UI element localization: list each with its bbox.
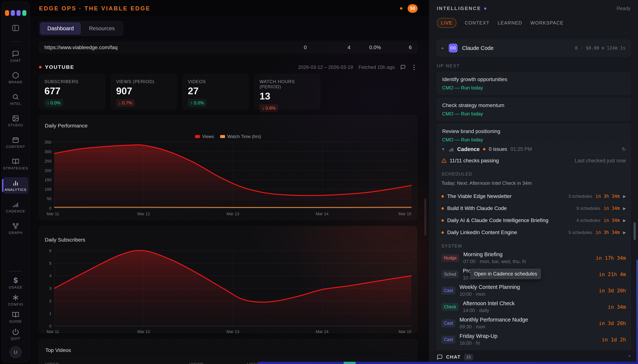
panel-scrollbar[interactable] xyxy=(633,222,636,240)
table-row[interactable]: https://www.viableedge.com/faq 0 4 0.0% … xyxy=(39,42,417,53)
claude-code-card[interactable]: ▸ CC Claude Code 0 · $0.00 124m 1s xyxy=(437,40,630,56)
checks-passing: 11/11 checks passing xyxy=(450,158,499,164)
dot-separator-icon xyxy=(602,47,604,49)
schedule-count: 3 schedules xyxy=(568,194,592,199)
system-row[interactable]: Check Afternoon Intel Check14:00 · daily… xyxy=(437,299,630,315)
section-menu-button[interactable]: ⋮ xyxy=(411,64,417,71)
collapse-sidebar-button[interactable] xyxy=(12,24,20,33)
search-icon xyxy=(12,93,19,100)
system-row[interactable]: Nudge Morning Briefing07:00 · mon, tue, … xyxy=(437,250,630,266)
up-next-item[interactable]: Check strategy momentum CMO — Run today xyxy=(437,98,630,121)
legend-item-watch-time: Watch Time (hrs) xyxy=(220,134,261,139)
main-area: EDGE OPS · THE VIABLE EDGE 50 Dashboard … xyxy=(30,0,429,364)
power-icon xyxy=(12,328,19,335)
sidebar-item-strategies[interactable]: STRATEGIES xyxy=(3,156,29,172)
chart-title: Daily Performance xyxy=(39,116,417,129)
agent-meta: 0 · $0.00 124m 1s xyxy=(575,46,625,51)
sidebar-item-studio[interactable]: STUDIO xyxy=(3,112,29,129)
collapse-chevron-icon[interactable]: ▼ xyxy=(442,147,445,152)
background-window-right-edge xyxy=(636,260,638,362)
hexagon-icon xyxy=(12,72,19,79)
play-icon[interactable]: ▶ xyxy=(623,206,626,210)
system-task-eta: in 3d 20h xyxy=(599,320,626,326)
system-task-eta: in 21h 4m xyxy=(599,272,626,277)
notification-badge[interactable]: 50 xyxy=(408,4,418,13)
sidebar-item-cadence[interactable]: CADENCE xyxy=(3,199,29,215)
intelligence-header: INTELLIGENCE Ready xyxy=(437,0,630,11)
issues-count: 0 issues xyxy=(489,146,507,152)
cast-badge: Cast xyxy=(442,287,455,294)
tab-resources[interactable]: Resources xyxy=(82,23,122,34)
nudge-badge: Nudge xyxy=(442,254,459,262)
sidebar-dotted-divider xyxy=(10,271,22,272)
daily-subscribers-chart[interactable]: 0123456Mar 11Mar 12Mar 13Mar 14Mar 15 xyxy=(39,248,417,335)
sidebar-item-config[interactable]: CONFIG xyxy=(3,293,29,308)
main-scrollbar[interactable] xyxy=(424,198,426,236)
tab-context[interactable]: CONTEXT xyxy=(465,20,489,26)
schedule-row[interactable]: Build It With Claude Code 9 schedules in… xyxy=(437,202,630,214)
sidebar-item-chat[interactable]: CHAT xyxy=(3,48,29,64)
column-header: VIDEO xyxy=(45,362,155,364)
cadence-title: Cadence xyxy=(457,146,480,152)
comment-button[interactable] xyxy=(400,64,405,70)
sidebar-item-graph[interactable]: GRAPH xyxy=(3,220,29,237)
schedule-dot-icon xyxy=(442,207,444,210)
svg-text:150: 150 xyxy=(45,178,52,182)
arrow-up-icon: ↑ xyxy=(47,100,49,106)
sidebar-item-content[interactable]: CONTENT xyxy=(3,134,29,151)
daily-performance-chart-card: Daily Performance Views Watch Time (hrs)… xyxy=(39,115,417,220)
chat-bubble-icon xyxy=(437,354,443,360)
system-task-name: Monthly Performance Nudge xyxy=(460,317,528,323)
dashboard-content: https://www.viableedge.com/faq 0 4 0.0% … xyxy=(30,40,429,364)
system-row[interactable]: Cast Weekly Content Planning10:00 · mon … xyxy=(437,282,630,299)
schedule-row[interactable]: Daily AI & Claude Code Intelligence Brie… xyxy=(437,214,630,226)
sidebar-item-guide[interactable]: GUIDE xyxy=(3,310,29,325)
sidebar-item-analytics[interactable]: ANALYTICS xyxy=(3,177,29,194)
book-open-icon xyxy=(12,158,19,165)
status-text: Ready xyxy=(617,6,630,11)
up-next-item[interactable]: Review brand positioning CMO — Run today xyxy=(437,124,630,147)
cadence-header[interactable]: ▼ Cadence 0 issues 01:25 PM ↻ xyxy=(437,144,630,155)
refresh-icon[interactable]: ↻ xyxy=(622,146,626,152)
sidebar-item-usage[interactable]: $ USAGE xyxy=(3,276,29,290)
sidebar-item-label: CONFIG xyxy=(8,302,24,306)
daily-performance-chart[interactable]: 050100150200250300350Mar 11Mar 12Mar 13M… xyxy=(39,139,417,217)
warning-icon xyxy=(442,158,447,163)
play-icon[interactable]: ▶ xyxy=(623,218,626,223)
tab-dashboard[interactable]: Dashboard xyxy=(41,23,81,34)
svg-text:3: 3 xyxy=(49,286,52,291)
up-next-item[interactable]: Identify growth opportunities CMO — Run … xyxy=(437,72,630,95)
expand-chevron-icon[interactable]: ▸ xyxy=(442,46,444,50)
system-task-name: Weekly Content Planning xyxy=(460,284,520,290)
task-title: Identify growth opportunities xyxy=(442,76,625,82)
tab-workspace[interactable]: WORKSPACE xyxy=(530,20,564,26)
stat-card-videos: VIDEOS 27 ↑0.0% xyxy=(182,74,249,109)
panel-left-icon xyxy=(12,24,20,32)
schedule-row[interactable]: The Viable Edge Newsletter 3 schedules i… xyxy=(437,190,630,202)
play-icon[interactable]: ▶ xyxy=(623,194,626,198)
schedule-row[interactable]: Daily LinkedIn Content Engine 5 schedule… xyxy=(437,226,630,238)
sidebar-item-quit[interactable]: QUIT xyxy=(3,327,29,342)
user-avatar[interactable]: U xyxy=(10,346,22,358)
system-task-name: Morning Briefing xyxy=(463,252,526,258)
daily-subscribers-chart-card: Daily Subscribers 0123456Mar 11Mar 12Mar… xyxy=(39,226,417,333)
tab-learned[interactable]: LEARNED xyxy=(498,20,522,26)
check-badge: Check xyxy=(442,303,459,311)
schedule-eta: in 3h 34m xyxy=(596,194,620,199)
schedule-count: 9 schedules xyxy=(576,206,600,211)
task-subtitle: CMO — Run today xyxy=(442,111,625,117)
stat-label: SUBSCRIBERS xyxy=(44,79,100,84)
chevron-up-icon[interactable]: ^ xyxy=(628,354,630,360)
sidebar-item-intel[interactable]: INTEL xyxy=(3,91,29,108)
play-icon[interactable]: ▶ xyxy=(623,230,626,235)
stat-label: VIDEOS xyxy=(188,79,243,84)
system-row[interactable]: Cast Friday Wrap-Up16:00 · fri in 1d 2h xyxy=(437,331,630,348)
system-row[interactable]: Cast Monthly Performance Nudge09:30 · mo… xyxy=(437,315,630,331)
sidebar-divider xyxy=(11,41,21,42)
app-window: CHAT BRAND INTEL STUDIO CONTENT STRATEGI… xyxy=(0,0,638,364)
sidebar-item-brand[interactable]: BRAND xyxy=(3,70,29,86)
schedule-dot-icon xyxy=(442,195,444,198)
svg-text:Mar 14: Mar 14 xyxy=(316,212,328,216)
tab-live[interactable]: LIVE xyxy=(437,18,457,28)
schedule-dot-icon xyxy=(442,219,444,222)
